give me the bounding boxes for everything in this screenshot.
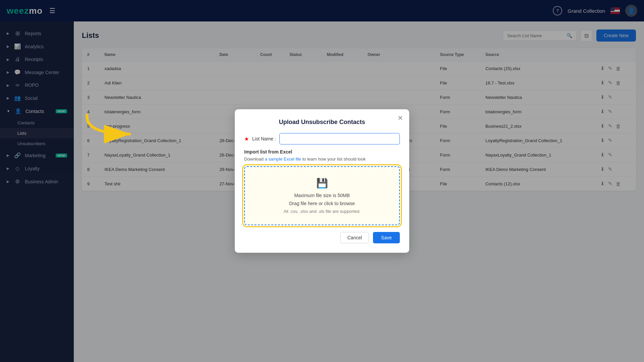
modal-title: Upload Unsubscribe Contacts xyxy=(244,119,400,126)
list-name-label: List Name : xyxy=(252,136,276,141)
modal-close-button[interactable]: ✕ xyxy=(397,115,403,121)
drop-formats: All .csv, .xlsx and .xls file are suppor… xyxy=(252,209,392,214)
upload-icon: 💾 xyxy=(252,178,392,189)
drop-instruction: Drag file here or click to browse xyxy=(252,201,392,206)
sample-excel-link[interactable]: a sample Excel file xyxy=(265,157,301,162)
import-label: Import list from Excel xyxy=(244,149,400,155)
save-button[interactable]: Save xyxy=(373,232,400,243)
drop-zone[interactable]: 💾 Maximum file size is 50MB Drag file he… xyxy=(244,166,400,225)
sample-link-text: Download a sample Excel file to learn ho… xyxy=(244,157,400,162)
upload-modal: ✕ Upload Unsubscribe Contacts ★ List Nam… xyxy=(235,109,409,253)
required-star: ★ xyxy=(244,136,249,142)
modal-footer: Cancel Save xyxy=(244,232,400,243)
list-name-row: ★ List Name : xyxy=(244,133,400,144)
list-name-input[interactable] xyxy=(279,133,400,144)
drop-max-size: Maximum file size is 50MB xyxy=(252,193,392,198)
cancel-button[interactable]: Cancel xyxy=(340,232,369,243)
modal-overlay: ✕ Upload Unsubscribe Contacts ★ List Nam… xyxy=(0,0,644,362)
